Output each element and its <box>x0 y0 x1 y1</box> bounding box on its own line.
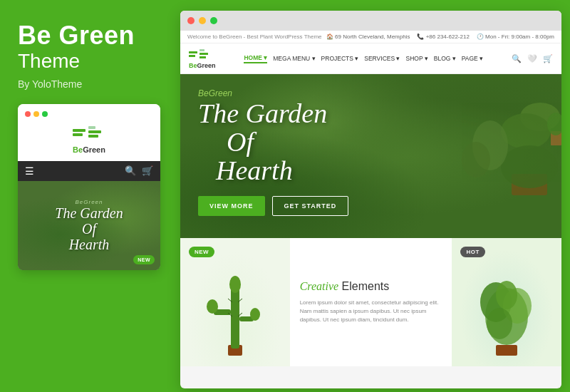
card-middle: Creative Elements Lorem ipsum dolor sit … <box>290 238 452 366</box>
svg-rect-1 <box>73 133 83 136</box>
get-started-button[interactable]: GET STARTED <box>272 196 349 216</box>
dot-green <box>42 111 48 117</box>
header-cart-icon[interactable]: 🛒 <box>543 54 553 63</box>
mobile-logo-area: BeGreen <box>73 110 105 158</box>
mobile-new-badge: NEW <box>133 255 155 264</box>
nav-item-mega-menu[interactable]: MEGA MENU ▾ <box>273 55 315 62</box>
svg-rect-5 <box>189 51 197 53</box>
svg-rect-4 <box>88 135 98 138</box>
hero-content: BeGreen The Garden Of Hearth VIEW MORE G… <box>180 74 561 230</box>
svg-point-34 <box>487 308 512 339</box>
mobile-nav-icons: 🔍 🛒 <box>125 165 153 176</box>
topbar-hours: 🕐 Mon - Fri: 9:00am - 8:00pm <box>477 33 554 40</box>
mobile-search-icon: 🔍 <box>125 165 136 176</box>
brand-subtitle: Theme <box>18 50 157 73</box>
desktop-site-content: Welcome to BeGreen - Best Plant WordPres… <box>180 31 561 388</box>
dot-red <box>25 111 31 117</box>
card-right-badge: HOT <box>460 247 484 257</box>
topbar-phone: 📞 +86 234-622-212 <box>417 33 469 40</box>
svg-point-24 <box>250 308 260 321</box>
titlebar-dot-green <box>210 17 217 24</box>
card-middle-title: Creative Elements <box>300 280 442 293</box>
hamburger-icon: ☰ <box>25 165 34 177</box>
topbar-address: 🏠 69 North Cleveland, Memphis <box>326 33 410 40</box>
site-logo-text: BeGreen <box>189 62 216 69</box>
desktop-titlebar <box>180 11 561 31</box>
card-right-image <box>452 238 561 366</box>
site-header-icons: 🔍 🤍 🛒 <box>512 54 553 63</box>
topbar-welcome: Welcome to BeGreen - Best Plant WordPres… <box>187 33 322 40</box>
mobile-nav-bar: ☰ 🔍 🛒 <box>18 161 160 181</box>
desktop-mockup: Welcome to BeGreen - Best Plant WordPres… <box>180 11 561 388</box>
hero-brand-text: BeGreen <box>198 88 544 98</box>
site-logo: BeGreen <box>189 48 216 69</box>
mobile-titlebar-dots <box>25 111 48 117</box>
nav-item-home[interactable]: HOME ▾ <box>244 54 267 63</box>
view-more-button[interactable]: VIEW MORE <box>198 196 265 216</box>
svg-rect-0 <box>73 129 86 132</box>
svg-rect-29 <box>496 345 517 356</box>
svg-rect-7 <box>200 49 204 51</box>
titlebar-dot-red <box>187 17 195 24</box>
card-middle-desc: Lorem ipsum dolor sit amet, consectetur … <box>300 299 442 324</box>
svg-rect-9 <box>200 56 206 58</box>
hero-title: The Garden Of Hearth <box>198 100 544 185</box>
mobile-header: BeGreen <box>18 104 160 161</box>
site-logo-icon <box>189 48 212 62</box>
mobile-hero-brand: BeGreen <box>55 199 123 205</box>
mobile-mockup: BeGreen ☰ 🔍 🛒 BeGreen The Garden Of Hear… <box>18 104 160 270</box>
svg-point-20 <box>229 276 241 293</box>
nav-item-projects[interactable]: PROJECTS ▾ <box>321 55 359 62</box>
mobile-hero-title: The Garden Of Hearth <box>55 205 123 252</box>
nav-item-services[interactable]: SERVICES ▾ <box>364 55 400 62</box>
site-header: BeGreen HOME ▾ MEGA MENU ▾ PROJECTS ▾ SE… <box>180 43 561 74</box>
card-right: HOT <box>452 238 561 366</box>
svg-rect-6 <box>189 55 195 57</box>
card-left: NEW <box>180 238 290 366</box>
brand-author: By YoloTheme <box>18 78 157 90</box>
site-nav[interactable]: HOME ▾ MEGA MENU ▾ PROJECTS ▾ SERVICES ▾… <box>244 54 483 63</box>
mobile-hero-text: BeGreen The Garden Of Hearth <box>55 199 123 252</box>
header-wishlist-icon[interactable]: 🤍 <box>527 54 537 63</box>
nav-item-page[interactable]: PAGE ▾ <box>462 55 483 62</box>
svg-point-22 <box>207 299 218 314</box>
svg-point-33 <box>496 281 517 309</box>
site-hero: BeGreen The Garden Of Hearth VIEW MORE G… <box>180 74 561 238</box>
mobile-hero: BeGreen The Garden Of Hearth NEW <box>18 181 160 270</box>
cactus-svg <box>192 245 278 359</box>
titlebar-dot-yellow <box>199 17 206 24</box>
site-cards: NEW Creative Elements Lorem ipsum dolor … <box>180 238 561 366</box>
nav-item-blog[interactable]: BLOG ▾ <box>434 55 456 62</box>
svg-rect-2 <box>88 126 95 129</box>
card-left-badge: NEW <box>189 247 214 257</box>
dot-yellow <box>33 111 39 117</box>
hero-buttons: VIEW MORE GET STARTED <box>198 196 544 216</box>
nav-item-shop[interactable]: SHOP ▾ <box>405 55 428 62</box>
mobile-cart-icon: 🛒 <box>142 165 153 176</box>
svg-rect-8 <box>200 53 208 55</box>
brand-title: Be Green <box>18 21 157 50</box>
topbar-right: 🏠 69 North Cleveland, Memphis 📞 +86 234-… <box>326 33 554 40</box>
svg-rect-3 <box>88 130 101 133</box>
site-topbar: Welcome to BeGreen - Best Plant WordPres… <box>180 31 561 43</box>
mobile-logo-icon <box>73 123 105 144</box>
svg-rect-19 <box>231 288 239 349</box>
header-search-icon[interactable]: 🔍 <box>512 54 522 63</box>
card-left-image <box>180 238 290 366</box>
mobile-logo-text: BeGreen <box>73 145 105 154</box>
plant-svg <box>464 245 549 359</box>
left-panel: Be Green Theme By YoloTheme BeGreen <box>0 0 175 392</box>
